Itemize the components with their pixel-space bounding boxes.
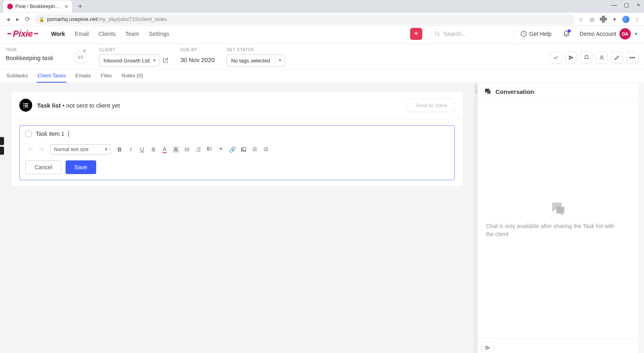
chevron-down-icon: ▼ xyxy=(275,57,282,64)
dueby-value: 30 Nov 2020 xyxy=(180,54,215,63)
main: Task list • not sent to client yet Send … xyxy=(0,83,644,353)
forward-button[interactable]: ▸ xyxy=(13,15,23,23)
svg-rect-12 xyxy=(186,148,190,148)
text-color-button[interactable]: A xyxy=(160,145,169,154)
send-button[interactable] xyxy=(565,52,577,64)
text-size-select[interactable]: Normal text size ▼ xyxy=(50,144,111,155)
window-controls: — ▢ × xyxy=(611,2,642,8)
back-button[interactable]: ◂ xyxy=(3,15,13,23)
image-button[interactable] xyxy=(239,145,248,154)
search-icon xyxy=(435,31,440,37)
client-label: CLIENT xyxy=(99,48,168,52)
highlight-button[interactable]: A xyxy=(171,145,181,154)
svg-text:3: 3 xyxy=(196,150,197,152)
undo-button[interactable]: ↶ xyxy=(25,145,35,154)
side-tabs[interactable] xyxy=(0,137,4,156)
ext-icon-3[interactable]: ✦ xyxy=(611,16,618,23)
numbered-list-button[interactable]: 123 xyxy=(194,145,203,154)
more-button[interactable]: ••• xyxy=(626,52,638,64)
svg-point-15 xyxy=(185,150,186,151)
account-menu[interactable]: Demo Account DA ▼ xyxy=(580,28,638,39)
lock-icon: 🔒 xyxy=(39,17,45,22)
bullet-list-button[interactable] xyxy=(182,145,192,154)
cancel-button[interactable]: Cancel xyxy=(25,160,62,174)
main-nav: Work Email Clients Team Settings xyxy=(51,31,169,37)
status-select[interactable]: No tags selected ▼ xyxy=(227,54,285,66)
tab-client-tasks[interactable]: Client Tasks xyxy=(37,69,66,83)
task-progress[interactable]: 0/3 xyxy=(74,51,87,64)
task-item-text[interactable]: Task item 1 xyxy=(36,131,64,137)
client-select[interactable]: Inbound Growth Ltd ▼ xyxy=(99,54,159,66)
assign-button[interactable] xyxy=(596,52,608,64)
profile-avatar[interactable] xyxy=(622,16,630,23)
tab-files[interactable]: Files xyxy=(100,69,112,83)
task-actions: ••• xyxy=(550,52,638,64)
nav-clients[interactable]: Clients xyxy=(99,31,116,37)
minimize-icon[interactable]: — xyxy=(611,2,617,8)
nav-work[interactable]: Work xyxy=(51,31,65,37)
url-field[interactable]: 🔒 pomarhq.usepixie.net/my_day/jobs/715/c… xyxy=(35,14,575,25)
nav-email[interactable]: Email xyxy=(75,31,89,37)
close-window-icon[interactable]: × xyxy=(635,2,642,8)
outdent-button[interactable] xyxy=(250,145,260,154)
send-message-button[interactable] xyxy=(482,342,494,353)
svg-rect-6 xyxy=(25,103,28,104)
favicon xyxy=(7,4,13,9)
send-to-client-button[interactable]: Send to client xyxy=(408,98,455,112)
ext-icon-1[interactable]: ◎ xyxy=(588,16,596,23)
browser-tab[interactable]: Pixie / Bookkeeping task client t × xyxy=(3,0,72,12)
maximize-icon[interactable]: ▢ xyxy=(623,2,630,8)
tab-subtasks[interactable]: Subtasks xyxy=(6,69,29,83)
tab-notes[interactable]: Notes (0) xyxy=(121,69,144,83)
svg-text:?: ? xyxy=(522,32,524,36)
new-tab-button[interactable]: + xyxy=(75,2,85,11)
browser-right-icons: ☆ ◎ ✦ ⋮ xyxy=(577,16,641,23)
panel-resizer[interactable] xyxy=(474,83,477,353)
external-link-icon[interactable] xyxy=(163,58,168,63)
bold-button[interactable]: B xyxy=(115,145,124,154)
nav-settings[interactable]: Settings xyxy=(149,31,169,37)
logo[interactable]: Pixie xyxy=(6,29,40,39)
italic-button[interactable]: I xyxy=(126,145,136,154)
task-name: Bookkeeping task xyxy=(6,54,62,61)
reload-button[interactable]: ⟳ xyxy=(23,15,32,23)
kebab-menu-icon[interactable]: ⋮ xyxy=(634,16,641,23)
checklist-button[interactable] xyxy=(205,145,215,154)
scrollbar[interactable] xyxy=(638,83,644,353)
svg-rect-20 xyxy=(198,149,201,150)
nav-team[interactable]: Team xyxy=(125,31,139,37)
quote-button[interactable]: ❝ xyxy=(216,145,226,154)
ext-icon-2[interactable] xyxy=(600,16,607,23)
help-link[interactable]: ? Get Help xyxy=(520,31,551,37)
redo-button[interactable]: ↷ xyxy=(37,145,46,154)
edit-button[interactable] xyxy=(611,52,623,64)
svg-point-11 xyxy=(185,147,186,148)
svg-rect-27 xyxy=(242,147,246,151)
star-icon[interactable]: ☆ xyxy=(577,16,584,23)
task-item-row[interactable]: Task item 1 xyxy=(25,131,449,137)
search-placeholder: Search... xyxy=(444,31,466,37)
tab-emails[interactable]: Emails xyxy=(74,69,92,83)
close-tab-icon[interactable]: × xyxy=(65,3,68,10)
conversation-empty-message: Chat is only available after sharing the… xyxy=(486,222,615,238)
search-input[interactable]: Search... xyxy=(429,27,514,41)
strike-button[interactable]: S xyxy=(149,145,158,154)
add-button[interactable]: + xyxy=(410,28,422,40)
save-button[interactable]: Save xyxy=(66,160,96,174)
task-checkbox[interactable] xyxy=(25,131,32,137)
notifications-button[interactable] xyxy=(563,30,570,37)
conversation-heading: Conversation xyxy=(478,83,638,100)
conversation-panel: Conversation Chat is only available afte… xyxy=(477,83,638,353)
svg-point-4 xyxy=(601,56,603,58)
status-label: SET STATUS xyxy=(227,48,285,52)
complete-button[interactable] xyxy=(550,52,562,64)
svg-point-0 xyxy=(436,31,439,35)
link-button[interactable]: 🔗 xyxy=(227,145,237,154)
reminder-button[interactable] xyxy=(580,52,592,64)
svg-rect-29 xyxy=(253,147,257,148)
svg-rect-18 xyxy=(198,147,201,148)
svg-point-13 xyxy=(185,149,186,150)
underline-button[interactable]: U xyxy=(137,145,147,154)
chat-icon xyxy=(484,88,491,95)
indent-button[interactable] xyxy=(261,145,271,154)
